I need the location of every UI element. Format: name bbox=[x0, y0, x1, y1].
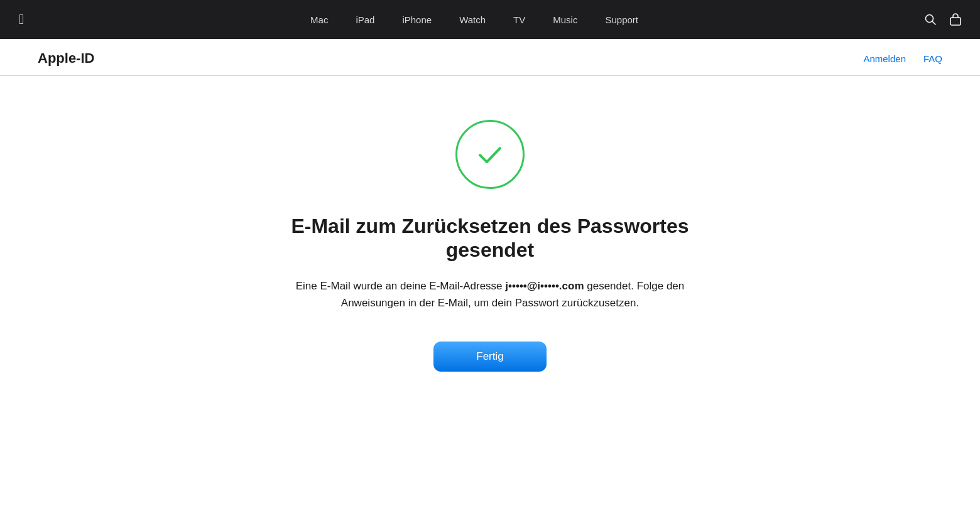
success-icon bbox=[455, 120, 525, 189]
nav-item-support[interactable]: Support bbox=[591, 14, 652, 25]
faq-link[interactable]: FAQ bbox=[923, 53, 942, 64]
main-title: E-Mail zum Zurücksetzen des Passwortes g… bbox=[270, 214, 710, 262]
nav-item-music[interactable]: Music bbox=[539, 14, 591, 25]
svg-line-1 bbox=[932, 21, 935, 24]
main-description: Eine E-Mail wurde an deine E-Mail-Adress… bbox=[295, 277, 685, 311]
apple-logo-icon[interactable]:  bbox=[19, 11, 24, 28]
sub-header-links: Anmelden FAQ bbox=[863, 53, 942, 64]
svg-rect-2 bbox=[950, 18, 961, 25]
search-icon[interactable] bbox=[925, 14, 936, 25]
nav-item-ipad[interactable]: iPad bbox=[342, 14, 388, 25]
email-masked: j•••••@i•••••.com bbox=[505, 280, 584, 292]
nav-item-iphone[interactable]: iPhone bbox=[388, 14, 445, 25]
nav-item-mac[interactable]: Mac bbox=[297, 14, 342, 25]
nav-item-tv[interactable]: TV bbox=[499, 14, 539, 25]
sub-header: Apple-ID Anmelden FAQ bbox=[0, 39, 980, 76]
fertig-button[interactable]: Fertig bbox=[433, 342, 547, 372]
anmelden-link[interactable]: Anmelden bbox=[863, 53, 906, 64]
main-content: E-Mail zum Zurücksetzen des Passwortes g… bbox=[0, 76, 980, 409]
nav-item-watch[interactable]: Watch bbox=[445, 14, 499, 25]
page-title: Apple-ID bbox=[38, 50, 94, 67]
bag-icon[interactable] bbox=[950, 13, 961, 26]
description-before: Eine E-Mail wurde an deine E-Mail-Adress… bbox=[296, 280, 506, 292]
